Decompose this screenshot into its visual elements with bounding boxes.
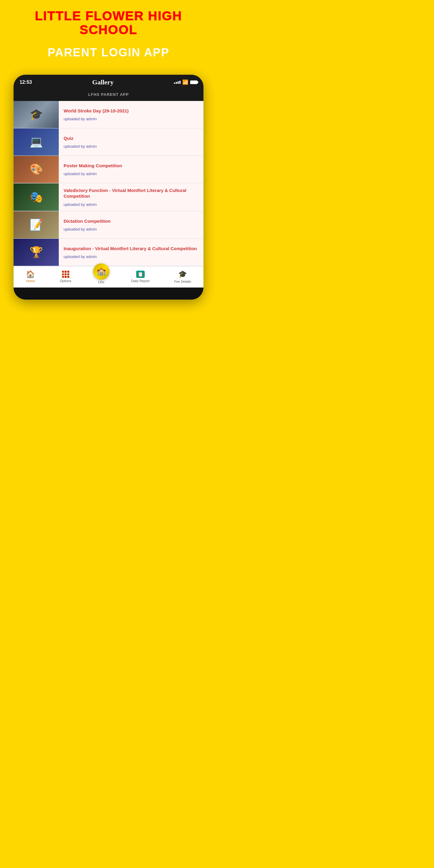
school-title: LITTLE FLOWER HIGH SCHOOL bbox=[6, 9, 211, 37]
app-name-label: Gallery bbox=[92, 79, 114, 86]
nav-item-daily-report[interactable]: 📋 Daily Report bbox=[128, 270, 153, 284]
nav-item-lfhs[interactable]: 🏫 Lfhs bbox=[93, 270, 110, 284]
fee-details-icon: 🎓 bbox=[179, 270, 187, 278]
nav-label-lfhs: Lfhs bbox=[98, 280, 104, 284]
app-header-title: LFHS PARENT APP bbox=[88, 92, 129, 97]
bottom-nav: 🏠 Home Options 🏫 Lfhs bbox=[13, 266, 204, 287]
gallery-item-uploader-6: uploaded by admin bbox=[64, 254, 197, 259]
status-icons: 📶 bbox=[174, 79, 197, 85]
gallery-thumb-2 bbox=[13, 128, 59, 156]
nav-item-home[interactable]: 🏠 Home bbox=[23, 270, 38, 284]
gallery-item-uploader-3: uploaded by admin bbox=[64, 172, 122, 176]
gallery-item[interactable]: Valedictory Function - Virtual Montfort … bbox=[13, 183, 204, 211]
lfhs-logo-icon: 🏫 bbox=[96, 267, 106, 276]
thumb-image-5 bbox=[13, 211, 59, 239]
gallery-item-uploader-4: uploaded by admin bbox=[64, 202, 198, 207]
gallery-item[interactable]: Dictation Competition uploaded by admin bbox=[13, 211, 204, 239]
nav-label-home: Home bbox=[26, 279, 35, 283]
home-icon: 🏠 bbox=[26, 271, 35, 278]
nav-label-fee-details: Fee Details bbox=[174, 280, 191, 283]
lfhs-logo-badge: 🏫 bbox=[93, 264, 110, 280]
battery-icon bbox=[190, 81, 197, 84]
gallery-info-1: World Stroke Day (29-10-2021) uploaded b… bbox=[59, 101, 133, 128]
nav-item-options[interactable]: Options bbox=[57, 270, 74, 284]
gallery-info-5: Dictation Competition uploaded by admin bbox=[59, 211, 116, 239]
gallery-thumb-1 bbox=[13, 101, 59, 128]
gallery-thumb-6 bbox=[13, 239, 59, 266]
gallery-item-title-1: World Stroke Day (29-10-2021) bbox=[64, 108, 129, 114]
status-bar: 12:53 Gallery 📶 bbox=[13, 75, 204, 90]
gallery-thumb-3 bbox=[13, 156, 59, 183]
nav-label-options: Options bbox=[60, 279, 71, 283]
gallery-item[interactable]: Inauguration - Virtual Montfort Literary… bbox=[13, 239, 204, 266]
app-header-bar: LFHS PARENT APP bbox=[13, 90, 204, 101]
phone-bottom-bar bbox=[13, 287, 204, 300]
wifi-icon: 📶 bbox=[182, 79, 188, 85]
gallery-item[interactable]: World Stroke Day (29-10-2021) uploaded b… bbox=[13, 101, 204, 128]
nav-item-fee-details[interactable]: 🎓 Fee Details bbox=[171, 269, 194, 284]
nav-label-daily-report: Daily Report bbox=[131, 279, 150, 283]
gallery-item-title-3: Poster Making Competition bbox=[64, 163, 122, 169]
fee-icon-symbol: 🎓 bbox=[178, 270, 187, 278]
gallery-list: World Stroke Day (29-10-2021) uploaded b… bbox=[13, 101, 204, 266]
thumb-image-3 bbox=[13, 156, 59, 183]
gallery-item-title-5: Dictation Competition bbox=[64, 218, 111, 224]
gallery-item-title-2: Quiz bbox=[64, 135, 97, 141]
gallery-item-uploader-2: uploaded by admin bbox=[64, 144, 97, 149]
gallery-thumb-5 bbox=[13, 211, 59, 239]
daily-report-icon: 📋 bbox=[136, 271, 145, 278]
gallery-item[interactable]: Quiz uploaded by admin bbox=[13, 128, 204, 156]
phone-mockup: 12:53 Gallery 📶 LFHS PARENT APP World St… bbox=[13, 75, 204, 300]
status-time: 12:53 bbox=[20, 80, 32, 85]
signal-icon bbox=[174, 81, 181, 84]
daily-report-symbol: 📋 bbox=[137, 271, 144, 277]
gallery-item-uploader-1: uploaded by admin bbox=[64, 117, 129, 121]
gallery-info-3: Poster Making Competition uploaded by ad… bbox=[59, 156, 127, 183]
options-grid-icon bbox=[62, 271, 69, 278]
gallery-thumb-4 bbox=[13, 183, 59, 211]
gallery-info-2: Quiz uploaded by admin bbox=[59, 128, 101, 156]
thumb-image-2 bbox=[13, 128, 59, 156]
thumb-image-6 bbox=[13, 239, 59, 266]
thumb-image-4 bbox=[13, 184, 59, 211]
gallery-item-uploader-5: uploaded by admin bbox=[64, 227, 111, 231]
gallery-item-title-4: Valedictory Function - Virtual Montfort … bbox=[64, 187, 198, 199]
gallery-item[interactable]: Poster Making Competition uploaded by ad… bbox=[13, 156, 204, 183]
gallery-info-4: Valedictory Function - Virtual Montfort … bbox=[59, 183, 204, 211]
gallery-item-title-6: Inauguration - Virtual Montfort Literary… bbox=[64, 246, 197, 252]
app-subtitle: PARENT LOGIN APP bbox=[6, 46, 211, 60]
thumb-image-1 bbox=[13, 101, 59, 128]
header-section: LITTLE FLOWER HIGH SCHOOL PARENT LOGIN A… bbox=[0, 0, 217, 63]
gallery-info-6: Inauguration - Virtual Montfort Literary… bbox=[59, 239, 202, 266]
